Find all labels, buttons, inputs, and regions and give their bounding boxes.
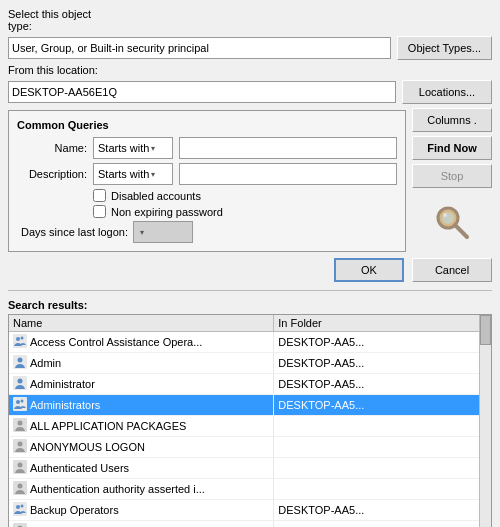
result-folder-cell: DESKTOP-AA5... [274,332,491,353]
table-row[interactable]: AdminDESKTOP-AA5... [9,353,491,374]
result-name-cell: Authentication authority asserted i... [9,479,274,500]
common-queries-title: Common Queries [17,119,397,131]
result-name: ANONYMOUS LOGON [30,441,145,453]
description-query-label: Description: [17,168,87,180]
result-folder-cell [274,521,491,528]
description-filter-arrow: ▾ [151,170,155,179]
location-section: From this location: Locations... [8,64,492,104]
divider [8,290,492,291]
name-query-row: Name: Starts with ▾ [17,137,397,159]
results-table-wrapper[interactable]: Name In Folder Access Control Assistance… [8,314,492,527]
common-queries-area: Common Queries Name: Starts with ▾ Descr… [8,108,492,252]
results-table: Name In Folder Access Control Assistance… [9,315,491,527]
result-folder-cell [274,458,491,479]
select-users-dialog: Select this object type: Object Types...… [0,0,500,527]
user-icon [13,355,27,371]
table-row[interactable]: ALL APPLICATION PACKAGES [9,416,491,437]
object-type-input[interactable] [8,37,391,59]
scrollbar-thumb[interactable] [480,315,491,345]
result-name: Backup Operators [30,504,119,516]
disabled-accounts-row: Disabled accounts [93,189,397,202]
svg-point-19 [18,463,23,468]
svg-point-12 [16,400,20,404]
svg-point-24 [21,505,24,508]
svg-point-5 [16,337,20,341]
result-folder-cell: DESKTOP-AA5... [274,395,491,416]
name-query-label: Name: [17,142,87,154]
table-row[interactable]: Authentication authority asserted i... [9,479,491,500]
non-expiring-password-row: Non expiring password [93,205,397,218]
location-input[interactable] [8,81,396,103]
user-icon [13,460,27,476]
col-name-header: Name [9,315,274,332]
name-filter-input[interactable] [179,137,397,159]
table-row[interactable]: BATCH [9,521,491,528]
cancel-button[interactable]: Cancel [412,258,492,282]
queries-left: Common Queries Name: Starts with ▾ Descr… [8,108,406,252]
name-filter-dropdown[interactable]: Starts with ▾ [93,137,173,159]
disabled-accounts-checkbox[interactable] [93,189,106,202]
result-name-cell: BATCH [9,521,274,528]
table-row[interactable]: AdministratorsDESKTOP-AA5... [9,395,491,416]
svg-line-1 [455,225,467,237]
action-buttons: Columns . Find Now Stop [412,108,492,252]
result-name: ALL APPLICATION PACKAGES [30,420,186,432]
table-row[interactable]: Access Control Assistance Opera...DESKTO… [9,332,491,353]
result-name: Authentication authority asserted i... [30,483,205,495]
result-folder-cell [274,437,491,458]
user-icon [13,439,27,455]
description-filter-input[interactable] [179,163,397,185]
disabled-accounts-label: Disabled accounts [111,190,201,202]
user-icon [13,334,27,350]
user-icon [13,418,27,434]
description-filter-dropdown[interactable]: Starts with ▾ [93,163,173,185]
col-folder-header: In Folder [274,315,491,332]
scrollbar[interactable] [479,315,491,527]
svg-point-3 [443,213,447,217]
results-label: Search results: [8,299,492,311]
table-row[interactable]: ANONYMOUS LOGON [9,437,491,458]
user-icon [13,481,27,497]
table-row[interactable]: AdministratorDESKTOP-AA5... [9,374,491,395]
svg-point-10 [18,379,23,384]
svg-point-17 [18,442,23,447]
magnifier-icon [432,202,472,242]
svg-point-21 [18,484,23,489]
table-row[interactable]: Backup OperatorsDESKTOP-AA5... [9,500,491,521]
result-name-cell: Admin [9,353,274,374]
user-icon [13,523,27,527]
results-section: Search results: Name In Folder Access Co… [8,299,492,527]
user-icon [13,502,27,518]
svg-point-13 [21,400,24,403]
object-types-button[interactable]: Object Types... [397,36,492,60]
columns-button[interactable]: Columns . [412,108,492,132]
result-folder-cell: DESKTOP-AA5... [274,500,491,521]
locations-button[interactable]: Locations... [402,80,492,104]
description-filter-label: Starts with [98,168,149,180]
ok-button[interactable]: OK [334,258,404,282]
result-name-cell: ANONYMOUS LOGON [9,437,274,458]
non-expiring-password-label: Non expiring password [111,206,223,218]
result-folder-cell [274,479,491,500]
find-now-button[interactable]: Find Now [412,136,492,160]
svg-point-8 [18,358,23,363]
result-folder-cell: DESKTOP-AA5... [274,374,491,395]
result-name: Administrators [30,399,100,411]
name-filter-arrow: ▾ [151,144,155,153]
stop-button[interactable]: Stop [412,164,492,188]
location-label: From this location: [8,64,108,76]
days-logon-arrow: ▾ [140,228,144,237]
non-expiring-password-checkbox[interactable] [93,205,106,218]
object-type-section: Select this object type: Object Types... [8,8,492,60]
ok-cancel-row: OK Cancel [8,258,492,282]
result-name-cell: Backup Operators [9,500,274,521]
svg-point-6 [21,337,24,340]
table-row[interactable]: Authenticated Users [9,458,491,479]
result-folder-cell [274,416,491,437]
result-name-cell: Administrators [9,395,274,416]
object-type-label: Select this object type: [8,8,108,32]
days-logon-dropdown[interactable]: ▾ [133,221,193,243]
description-query-row: Description: Starts with ▾ [17,163,397,185]
result-name: Admin [30,357,61,369]
result-name-cell: ALL APPLICATION PACKAGES [9,416,274,437]
